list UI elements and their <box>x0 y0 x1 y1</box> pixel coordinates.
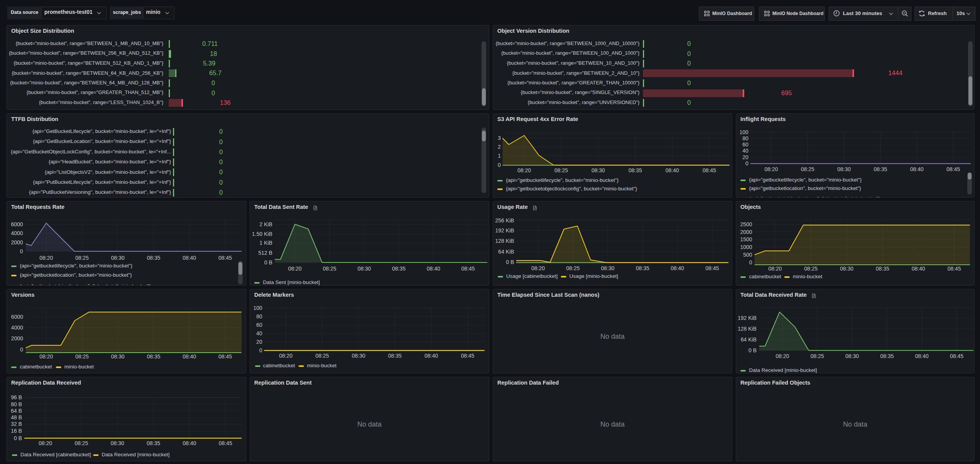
svg-text:08:20: 08:20 <box>39 255 53 261</box>
svg-text:60: 60 <box>256 322 262 328</box>
svg-text:08:25: 08:25 <box>75 255 89 261</box>
svg-text:100: 100 <box>253 305 262 311</box>
svg-text:08:30: 08:30 <box>357 266 371 272</box>
svg-text:08:25: 08:25 <box>811 353 824 359</box>
svg-text:08:25: 08:25 <box>804 266 817 272</box>
svg-text:4000: 4000 <box>11 230 23 236</box>
svg-text:2: 2 <box>498 144 501 150</box>
svg-text:0 B: 0 B <box>14 435 22 441</box>
svg-text:2000: 2000 <box>11 335 23 341</box>
svg-text:08:45: 08:45 <box>461 266 475 272</box>
svg-text:64 KiB: 64 KiB <box>741 336 757 343</box>
svg-text:08:35: 08:35 <box>147 353 160 360</box>
svg-text:08:35: 08:35 <box>392 266 406 272</box>
svg-text:1.50 KiB: 1.50 KiB <box>252 231 272 237</box>
svg-text:08:20: 08:20 <box>39 353 53 360</box>
svg-text:64 KiB: 64 KiB <box>498 249 514 255</box>
svg-text:08:35: 08:35 <box>147 255 160 261</box>
svg-text:1: 1 <box>498 153 501 159</box>
svg-text:08:45: 08:45 <box>705 265 719 271</box>
svg-text:08:45: 08:45 <box>461 353 474 359</box>
svg-text:08:45: 08:45 <box>703 167 716 173</box>
svg-text:0: 0 <box>20 248 23 254</box>
svg-text:0 B: 0 B <box>506 259 514 265</box>
svg-text:60: 60 <box>742 141 748 148</box>
svg-text:0: 0 <box>745 160 748 166</box>
svg-text:08:30: 08:30 <box>837 166 851 172</box>
svg-text:08:40: 08:40 <box>183 255 196 261</box>
svg-text:08:45: 08:45 <box>946 166 960 172</box>
svg-text:0: 0 <box>259 347 262 353</box>
svg-text:08:30: 08:30 <box>352 353 365 359</box>
svg-text:08:20: 08:20 <box>768 266 782 272</box>
svg-text:08:35: 08:35 <box>876 266 889 272</box>
svg-text:192 KiB: 192 KiB <box>738 315 757 321</box>
svg-text:0: 0 <box>749 259 752 266</box>
svg-text:0: 0 <box>20 346 23 353</box>
svg-text:08:35: 08:35 <box>636 265 649 271</box>
svg-text:08:30: 08:30 <box>845 353 859 359</box>
svg-text:40: 40 <box>256 330 262 336</box>
svg-text:2 KiB: 2 KiB <box>260 221 272 227</box>
svg-text:512 B: 512 B <box>258 250 272 256</box>
svg-text:08:20: 08:20 <box>288 266 302 272</box>
svg-text:08:20: 08:20 <box>39 440 52 446</box>
svg-text:08:40: 08:40 <box>910 166 923 172</box>
svg-text:08:45: 08:45 <box>218 255 232 261</box>
svg-text:08:25: 08:25 <box>315 353 329 359</box>
svg-text:08:45: 08:45 <box>947 266 961 272</box>
svg-text:08:40: 08:40 <box>671 265 684 271</box>
svg-text:40: 40 <box>742 148 748 154</box>
svg-text:08:40: 08:40 <box>425 353 438 359</box>
svg-text:1000: 1000 <box>740 244 752 250</box>
svg-text:2500: 2500 <box>740 221 752 227</box>
svg-text:128 KiB: 128 KiB <box>495 238 514 244</box>
svg-text:08:20: 08:20 <box>517 167 531 173</box>
svg-text:08:20: 08:20 <box>764 166 778 172</box>
svg-text:32 B: 32 B <box>11 421 22 427</box>
svg-text:48 B: 48 B <box>11 414 22 420</box>
svg-text:08:20: 08:20 <box>279 353 292 359</box>
svg-text:80: 80 <box>256 313 262 319</box>
svg-text:08:45: 08:45 <box>219 440 232 446</box>
svg-text:08:40: 08:40 <box>183 353 196 360</box>
svg-text:6000: 6000 <box>11 314 23 320</box>
svg-text:96 B: 96 B <box>11 394 22 400</box>
svg-text:08:25: 08:25 <box>75 353 89 360</box>
svg-text:08:25: 08:25 <box>801 166 814 172</box>
svg-text:2000: 2000 <box>740 229 752 235</box>
svg-text:2000: 2000 <box>11 239 23 245</box>
svg-text:08:45: 08:45 <box>218 353 232 360</box>
svg-text:08:25: 08:25 <box>75 440 88 446</box>
svg-text:08:40: 08:40 <box>911 266 925 272</box>
svg-text:0 B: 0 B <box>748 347 757 353</box>
svg-text:08:35: 08:35 <box>880 353 894 359</box>
svg-text:08:30: 08:30 <box>601 265 614 271</box>
svg-text:1500: 1500 <box>740 236 752 242</box>
svg-text:08:25: 08:25 <box>554 167 568 173</box>
svg-text:500: 500 <box>743 252 752 258</box>
svg-text:08:20: 08:20 <box>531 265 545 271</box>
svg-text:08:20: 08:20 <box>775 353 789 359</box>
svg-text:4000: 4000 <box>11 324 23 331</box>
svg-text:1 KiB: 1 KiB <box>260 240 272 246</box>
svg-text:16 B: 16 B <box>11 428 22 434</box>
svg-text:20: 20 <box>256 339 262 345</box>
svg-text:08:30: 08:30 <box>111 353 124 360</box>
svg-text:08:30: 08:30 <box>111 440 124 446</box>
svg-text:08:35: 08:35 <box>147 440 160 446</box>
svg-text:08:40: 08:40 <box>183 440 196 446</box>
svg-text:08:30: 08:30 <box>111 255 124 261</box>
svg-text:0 B: 0 B <box>264 259 272 266</box>
svg-text:192 KiB: 192 KiB <box>495 227 514 234</box>
svg-text:128 KiB: 128 KiB <box>738 326 757 332</box>
svg-text:08:25: 08:25 <box>323 266 336 272</box>
svg-text:0: 0 <box>498 162 501 168</box>
svg-text:08:25: 08:25 <box>566 265 580 271</box>
svg-text:80: 80 <box>742 135 748 141</box>
svg-text:3: 3 <box>498 135 501 141</box>
svg-text:08:45: 08:45 <box>950 353 963 359</box>
svg-text:08:30: 08:30 <box>591 167 605 173</box>
svg-text:20: 20 <box>742 154 748 160</box>
svg-text:08:35: 08:35 <box>388 353 402 359</box>
